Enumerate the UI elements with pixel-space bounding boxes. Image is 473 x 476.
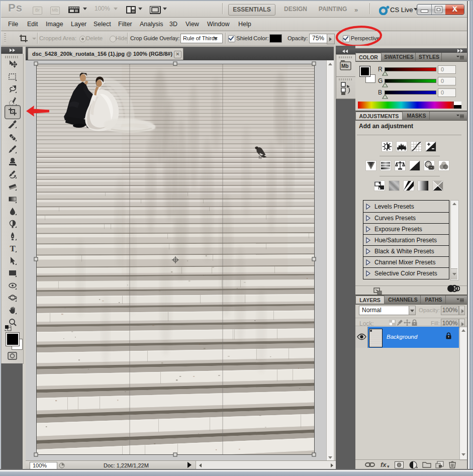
svg-text:T: T bbox=[10, 244, 16, 253]
svg-text:Mb: Mb bbox=[341, 63, 348, 69]
